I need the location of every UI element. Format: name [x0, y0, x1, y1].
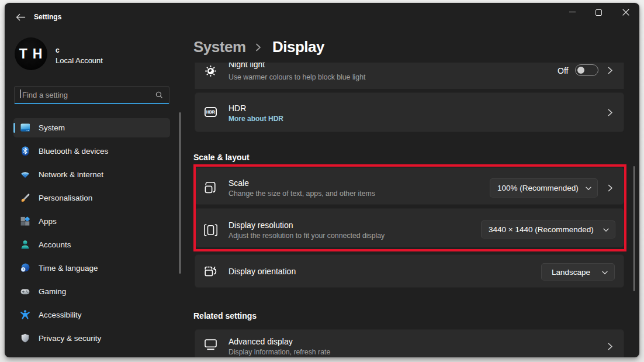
- svg-text:HDR: HDR: [206, 110, 215, 114]
